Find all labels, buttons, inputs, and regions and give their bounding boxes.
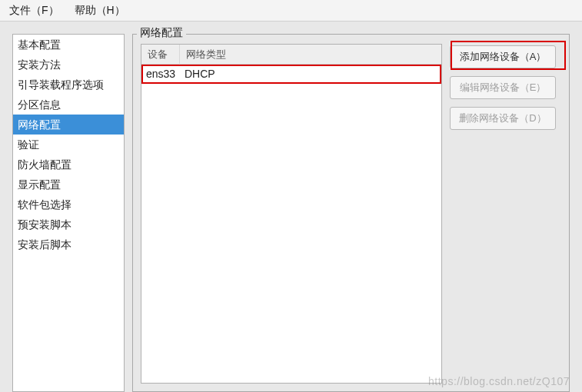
menubar: 文件（F） 帮助（H） (0, 0, 582, 22)
cell-device: ens33 (141, 66, 180, 81)
delete-network-device-button[interactable]: 删除网络设备（D） (450, 107, 556, 130)
sidebar-item-4[interactable]: 网络配置 (13, 115, 124, 135)
sidebar-item-5[interactable]: 验证 (13, 135, 124, 154)
network-config-panel: 设备 网络类型 ens33DHCP 添加网络设备（A） 编辑网络设备（E） 删除… (132, 34, 570, 392)
button-column: 添加网络设备（A） 编辑网络设备（E） 删除网络设备（D） (450, 44, 556, 384)
table-header: 设备 网络类型 (141, 45, 441, 65)
sidebar-item-6[interactable]: 防火墙配置 (13, 154, 124, 174)
sidebar-item-3[interactable]: 分区信息 (13, 95, 124, 115)
header-device[interactable]: 设备 (141, 45, 180, 65)
sidebar-item-10[interactable]: 安装后脚本 (13, 234, 124, 254)
content-area: 网络配置 设备 网络类型 ens33DHCP 添加网络设备（A） 编辑网络设备（… (132, 34, 570, 392)
sidebar: 基本配置安装方法引导装载程序选项分区信息网络配置验证防火墙配置显示配置软件包选择… (12, 34, 125, 392)
add-network-device-button[interactable]: 添加网络设备（A） (450, 45, 556, 68)
sidebar-item-2[interactable]: 引导装载程序选项 (13, 75, 124, 95)
edit-network-device-button[interactable]: 编辑网络设备（E） (450, 76, 556, 99)
network-table: 设备 网络类型 ens33DHCP (141, 44, 442, 384)
table-row[interactable]: ens33DHCP (141, 65, 441, 83)
header-type[interactable]: 网络类型 (180, 45, 441, 65)
sidebar-item-7[interactable]: 显示配置 (13, 174, 124, 194)
sidebar-item-0[interactable]: 基本配置 (13, 35, 124, 55)
main-area: 基本配置安装方法引导装载程序选项分区信息网络配置验证防火墙配置显示配置软件包选择… (0, 22, 582, 392)
sidebar-item-8[interactable]: 软件包选择 (13, 194, 124, 214)
sidebar-item-9[interactable]: 预安装脚本 (13, 214, 124, 234)
cell-type: DHCP (180, 66, 441, 81)
menu-file[interactable]: 文件（F） (6, 2, 62, 19)
panel-title: 网络配置 (137, 26, 186, 40)
menu-help[interactable]: 帮助（H） (72, 2, 128, 19)
sidebar-item-1[interactable]: 安装方法 (13, 55, 124, 75)
